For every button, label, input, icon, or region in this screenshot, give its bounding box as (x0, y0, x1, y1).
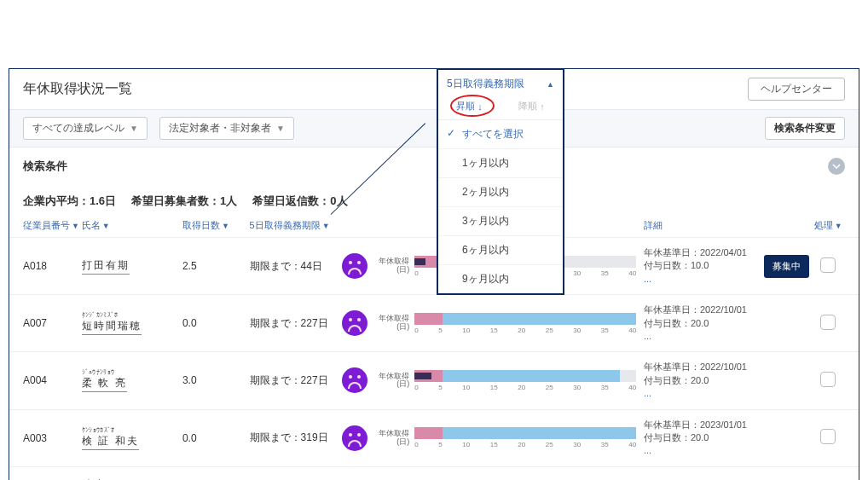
recruit-count: 希望日募集者数：1人 (131, 194, 237, 209)
grant-days: 付与日数：20.0 (644, 431, 761, 444)
filter-bar: すべての達成レベル ▼ 法定対象者・非対象者 ▼ 検索条件変更 (9, 109, 859, 147)
col-deadline[interactable]: 5日取得義務期限▼ (250, 219, 342, 232)
col-emp-no[interactable]: 従業員番号▼ (23, 219, 82, 232)
row-checkbox[interactable] (820, 315, 836, 330)
detail-more-link[interactable]: ... (644, 331, 651, 341)
sad-face-icon (342, 310, 367, 336)
sort-asc-option[interactable]: 昇順 ↓ (456, 100, 483, 113)
table-row: A004 ｼﾞｭｳﾅﾝﾘｮｳ 柔 軟 亮 3.0 期限まで：227日 年休取得(… (9, 352, 859, 409)
bar-seg-remaining (443, 370, 620, 382)
filter-option[interactable]: 1ヶ月以内 (438, 149, 563, 178)
caret-down-icon: ▼ (72, 222, 79, 230)
dropdown-header[interactable]: 5日取得義務期限 ▲ (438, 70, 563, 96)
name-kanji: 短時間瑞穂 (82, 319, 142, 333)
table-row: A003 ｹﾝｼｮｳｶｽﾞｵ 検 証 和夫 0.0 期限まで：319日 年休取得… (9, 410, 859, 467)
table-row: A018 打田有期 2.5 期限まで：44日 年休取得(日) (9, 238, 859, 295)
achievement-level-dropdown[interactable]: すべての達成レベル ▼ (23, 117, 148, 140)
grant-days: 付与日数：20.0 (644, 317, 761, 330)
detail-more-link[interactable]: ... (644, 445, 651, 455)
bar-seg-remaining (443, 427, 637, 439)
caret-down-icon: ▼ (322, 222, 330, 230)
emp-no: A003 (23, 432, 82, 444)
days-taken: 0.0 (182, 317, 250, 329)
chart-axis-label: 年休取得(日) (375, 315, 409, 332)
emp-no: A018 (23, 260, 82, 272)
collapse-toggle[interactable] (828, 158, 845, 175)
leave-progress-chart: 年休取得(日) 0510152025303540 (375, 370, 644, 391)
emp-no: A007 (23, 317, 82, 329)
change-search-conditions-button[interactable]: 検索条件変更 (765, 117, 845, 140)
bar-track (414, 427, 636, 439)
arrow-down-icon: ↓ (477, 101, 483, 112)
filter-option-list: すべてを選択1ヶ月以内2ヶ月以内3ヶ月以内6ヶ月以内9ヶ月以内 (438, 119, 563, 293)
col-process[interactable]: 処理▼ (812, 219, 845, 232)
search-conditions-label: 検索条件 (23, 159, 67, 174)
sort-order-row: 昇順 ↓ 降順 ↑ (438, 96, 563, 119)
name-ruby: ｼﾞｭｳﾅﾝﾘｮｳ (82, 368, 127, 376)
emp-no: A004 (23, 374, 82, 386)
detail-more-link[interactable]: ... (644, 274, 651, 284)
leave-progress-chart: 年休取得(日) 0510152025303540 (375, 313, 644, 334)
days-taken: 2.5 (182, 260, 250, 272)
name-ruby: ﾀﾝｼﾞｶﾝﾐｽﾞﾎ (82, 311, 142, 319)
row-checkbox[interactable] (820, 429, 836, 444)
chart-axis-ticks: 0510152025303540 (414, 327, 636, 334)
filter-option[interactable]: 2ヶ月以内 (438, 178, 563, 207)
name-ruby: ｹﾝｼｮｳｶｽﾞｵ (82, 426, 139, 434)
caret-up-icon: ▲ (547, 80, 554, 89)
bar-seg-obligation (414, 313, 443, 325)
table-body: A018 打田有期 2.5 期限まで：44日 年休取得(日) (9, 238, 859, 467)
employee-name-link[interactable]: ﾀﾝｼﾞｶﾝﾐｽﾞﾎ 短時間瑞穂 (82, 311, 142, 335)
search-conditions-section: 検索条件 (9, 147, 859, 185)
row-checkbox[interactable] (820, 257, 836, 273)
detail-more-link[interactable]: ... (644, 388, 651, 398)
caret-down-icon: ▼ (276, 124, 285, 133)
filter-option[interactable]: 3ヶ月以内 (438, 207, 563, 236)
days-taken: 3.0 (182, 374, 250, 386)
recruit-button[interactable]: 募集中 (764, 255, 809, 278)
row-checkbox[interactable] (820, 372, 836, 387)
deadline-remaining: 期限まで：319日 (250, 431, 342, 445)
bar-seg-obligation (414, 370, 443, 382)
deadline-remaining: 期限まで：227日 (250, 316, 342, 331)
caret-down-icon: ▼ (222, 222, 229, 230)
name-kanji: 打田有期 (82, 258, 130, 273)
main-panel: 年休取得状況一覧 ヘルプセンター すべての達成レベル ▼ 法定対象者・非対象者 … (9, 68, 859, 480)
filter-option[interactable]: すべてを選択 (438, 120, 563, 149)
bar-track (414, 313, 636, 325)
detail-info: 年休基準日：2023/01/01 付与日数：20.0 ... (644, 419, 761, 458)
sad-face-icon (342, 425, 367, 451)
bar-track (414, 370, 636, 382)
bar-seg-obligation (414, 427, 443, 439)
summary-stats: 企業内平均：1.6日 希望日募集者数：1人 希望日返信数：0人 (9, 185, 859, 214)
arrow-up-icon: ↑ (540, 101, 545, 112)
base-date: 年休基準日：2023/01/01 (644, 419, 761, 431)
caret-down-icon: ▼ (130, 124, 138, 133)
chart-axis-label: 年休取得(日) (375, 257, 409, 275)
base-date: 年休基準日：2022/04/01 (644, 246, 761, 259)
bar-seg-taken (414, 373, 431, 379)
sad-face-icon (342, 367, 367, 393)
table-row-nodata: A015 途中はじめ -- -- 年休基準日が設定されていないか、集計データがな… (9, 467, 859, 480)
filter-option[interactable]: 6ヶ月以内 (438, 236, 563, 265)
help-center-button[interactable]: ヘルプセンター (748, 78, 845, 101)
title-bar: 年休取得状況一覧 ヘルプセンター (9, 69, 859, 109)
table-header-row: 従業員番号▼ 氏名▼ 取得日数▼ 5日取得義務期限▼ 詳細 処理▼ (9, 214, 859, 238)
chart-axis-label: 年休取得(日) (375, 373, 409, 390)
employee-name-link[interactable]: ｼﾞｭｳﾅﾝﾘｮｳ 柔 軟 亮 (82, 368, 127, 392)
col-name[interactable]: 氏名▼ (82, 219, 182, 232)
table-row: A007 ﾀﾝｼﾞｶﾝﾐｽﾞﾎ 短時間瑞穂 0.0 期限まで：227日 年休取得… (9, 295, 859, 352)
leave-progress-chart: 年休取得(日) 0510152025303540 (375, 427, 644, 448)
employee-name-link[interactable]: 打田有期 (82, 258, 130, 275)
target-scope-dropdown[interactable]: 法定対象者・非対象者 ▼ (159, 117, 294, 140)
col-days-taken[interactable]: 取得日数▼ (182, 219, 250, 232)
filter-option[interactable]: 9ヶ月以内 (438, 265, 563, 293)
grant-days: 付与日数：10.0 (644, 259, 761, 272)
chevron-down-icon (832, 162, 841, 171)
employee-name-link[interactable]: ｹﾝｼｮｳｶｽﾞｵ 検 証 和夫 (82, 426, 139, 450)
sort-desc-option[interactable]: 降順 ↑ (518, 100, 545, 113)
chart-axis-ticks: 0510152025303540 (414, 384, 636, 391)
name-kanji: 柔 軟 亮 (82, 376, 127, 390)
chart-axis-label: 年休取得(日) (375, 430, 409, 447)
deadline-filter-dropdown: 5日取得義務期限 ▲ 昇順 ↓ 降順 ↑ すべてを選択1ヶ月以内2ヶ月以内3ヶ月… (437, 68, 564, 295)
